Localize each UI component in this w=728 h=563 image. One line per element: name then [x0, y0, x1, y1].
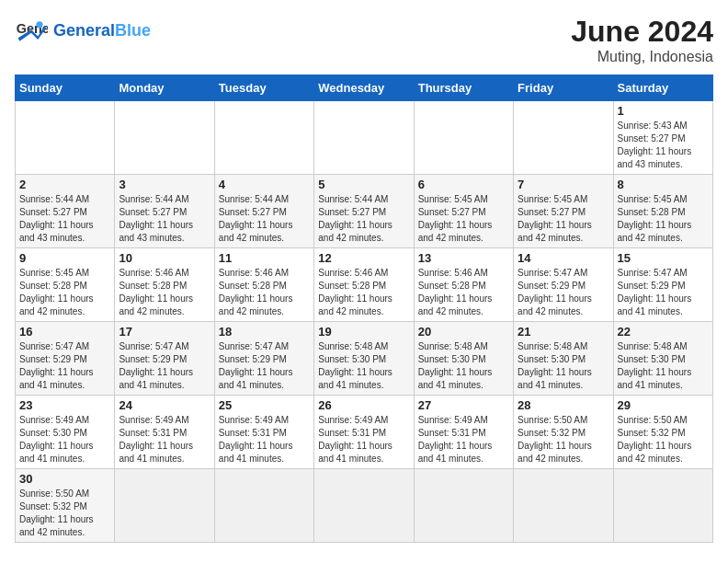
calendar-week-5: 30Sunrise: 5:50 AM Sunset: 5:32 PM Dayli…	[16, 469, 713, 543]
day-number: 4	[219, 178, 310, 191]
calendar-cell: 5Sunrise: 5:44 AM Sunset: 5:27 PM Daylig…	[314, 175, 414, 248]
day-info: Sunrise: 5:45 AM Sunset: 5:28 PM Dayligh…	[19, 267, 110, 318]
day-number: 8	[618, 178, 709, 191]
day-number: 13	[418, 251, 509, 265]
day-info: Sunrise: 5:48 AM Sunset: 5:30 PM Dayligh…	[318, 340, 409, 392]
weekday-header-friday: Friday	[514, 75, 613, 101]
calendar-cell: 26Sunrise: 5:49 AM Sunset: 5:31 PM Dayli…	[314, 396, 414, 469]
calendar-cell: 30Sunrise: 5:50 AM Sunset: 5:32 PM Dayli…	[16, 469, 115, 543]
logo-icon: General	[15, 15, 48, 48]
day-number: 30	[19, 472, 110, 486]
weekday-header-sunday: Sunday	[16, 75, 115, 101]
day-number: 25	[219, 398, 310, 412]
calendar-cell: 25Sunrise: 5:49 AM Sunset: 5:31 PM Dayli…	[214, 396, 313, 469]
day-info: Sunrise: 5:48 AM Sunset: 5:30 PM Dayligh…	[418, 340, 509, 392]
day-info: Sunrise: 5:48 AM Sunset: 5:30 PM Dayligh…	[518, 340, 609, 392]
calendar-cell: 6Sunrise: 5:45 AM Sunset: 5:27 PM Daylig…	[414, 175, 513, 248]
calendar-cell: 28Sunrise: 5:50 AM Sunset: 5:32 PM Dayli…	[514, 396, 613, 469]
calendar-cell	[514, 101, 613, 175]
calendar-cell	[214, 101, 313, 175]
calendar-cell: 22Sunrise: 5:48 AM Sunset: 5:30 PM Dayli…	[613, 322, 712, 396]
logo-text: GeneralBlue	[53, 21, 151, 41]
day-number: 22	[618, 325, 709, 339]
calendar-week-0: 1Sunrise: 5:43 AM Sunset: 5:27 PM Daylig…	[16, 101, 713, 175]
calendar-body: 1Sunrise: 5:43 AM Sunset: 5:27 PM Daylig…	[16, 101, 713, 543]
day-info: Sunrise: 5:46 AM Sunset: 5:28 PM Dayligh…	[219, 267, 310, 318]
day-info: Sunrise: 5:45 AM Sunset: 5:27 PM Dayligh…	[518, 193, 609, 245]
page-header: General GeneralBlue June 2024 Muting, In…	[15, 15, 713, 65]
weekday-header-wednesday: Wednesday	[314, 75, 414, 101]
day-info: Sunrise: 5:50 AM Sunset: 5:32 PM Dayligh…	[518, 414, 609, 465]
logo: General GeneralBlue	[15, 15, 151, 48]
day-info: Sunrise: 5:47 AM Sunset: 5:29 PM Dayligh…	[19, 340, 110, 392]
day-number: 5	[318, 178, 409, 191]
weekday-header-monday: Monday	[115, 75, 214, 101]
day-number: 19	[318, 325, 409, 339]
calendar-cell: 20Sunrise: 5:48 AM Sunset: 5:30 PM Dayli…	[414, 322, 513, 396]
day-number: 18	[219, 325, 310, 339]
day-info: Sunrise: 5:45 AM Sunset: 5:27 PM Dayligh…	[418, 193, 509, 245]
day-info: Sunrise: 5:44 AM Sunset: 5:27 PM Dayligh…	[318, 193, 409, 245]
calendar-cell: 15Sunrise: 5:47 AM Sunset: 5:29 PM Dayli…	[613, 248, 712, 322]
day-info: Sunrise: 5:46 AM Sunset: 5:28 PM Dayligh…	[119, 267, 210, 318]
calendar-cell: 29Sunrise: 5:50 AM Sunset: 5:32 PM Dayli…	[613, 396, 712, 469]
day-info: Sunrise: 5:44 AM Sunset: 5:27 PM Dayligh…	[219, 193, 310, 245]
day-info: Sunrise: 5:47 AM Sunset: 5:29 PM Dayligh…	[518, 267, 609, 318]
svg-point-2	[36, 21, 42, 28]
day-info: Sunrise: 5:45 AM Sunset: 5:28 PM Dayligh…	[618, 193, 709, 245]
day-info: Sunrise: 5:47 AM Sunset: 5:29 PM Dayligh…	[119, 340, 210, 392]
weekday-header-row: SundayMondayTuesdayWednesdayThursdayFrid…	[16, 75, 713, 101]
calendar-cell	[314, 469, 414, 543]
day-info: Sunrise: 5:46 AM Sunset: 5:28 PM Dayligh…	[318, 267, 409, 318]
day-info: Sunrise: 5:49 AM Sunset: 5:31 PM Dayligh…	[318, 414, 409, 465]
calendar-cell: 17Sunrise: 5:47 AM Sunset: 5:29 PM Dayli…	[115, 322, 214, 396]
day-number: 11	[219, 251, 310, 265]
calendar-cell: 11Sunrise: 5:46 AM Sunset: 5:28 PM Dayli…	[214, 248, 313, 322]
day-info: Sunrise: 5:49 AM Sunset: 5:31 PM Dayligh…	[119, 414, 210, 465]
calendar-table: SundayMondayTuesdayWednesdayThursdayFrid…	[15, 75, 713, 543]
day-number: 9	[19, 251, 110, 265]
calendar-cell	[314, 101, 414, 175]
location: Muting, Indonesia	[571, 49, 713, 65]
day-info: Sunrise: 5:49 AM Sunset: 5:31 PM Dayligh…	[219, 414, 310, 465]
title-block: June 2024 Muting, Indonesia	[571, 15, 713, 65]
day-number: 10	[119, 251, 210, 265]
calendar-week-2: 9Sunrise: 5:45 AM Sunset: 5:28 PM Daylig…	[16, 248, 713, 322]
day-number: 14	[518, 251, 609, 265]
day-number: 1	[618, 104, 709, 118]
day-number: 17	[119, 325, 210, 339]
calendar-cell	[16, 101, 115, 175]
calendar-cell: 16Sunrise: 5:47 AM Sunset: 5:29 PM Dayli…	[16, 322, 115, 396]
day-info: Sunrise: 5:48 AM Sunset: 5:30 PM Dayligh…	[618, 340, 709, 392]
weekday-header-tuesday: Tuesday	[214, 75, 313, 101]
calendar-cell: 4Sunrise: 5:44 AM Sunset: 5:27 PM Daylig…	[214, 175, 313, 248]
calendar-cell: 21Sunrise: 5:48 AM Sunset: 5:30 PM Dayli…	[514, 322, 613, 396]
calendar-week-3: 16Sunrise: 5:47 AM Sunset: 5:29 PM Dayli…	[16, 322, 713, 396]
day-number: 28	[518, 398, 609, 412]
calendar-cell: 9Sunrise: 5:45 AM Sunset: 5:28 PM Daylig…	[16, 248, 115, 322]
day-info: Sunrise: 5:49 AM Sunset: 5:31 PM Dayligh…	[418, 414, 509, 465]
day-number: 3	[119, 178, 210, 191]
weekday-header-saturday: Saturday	[613, 75, 712, 101]
calendar-week-1: 2Sunrise: 5:44 AM Sunset: 5:27 PM Daylig…	[16, 175, 713, 248]
calendar-cell: 2Sunrise: 5:44 AM Sunset: 5:27 PM Daylig…	[16, 175, 115, 248]
calendar-cell	[115, 101, 214, 175]
calendar-cell	[214, 469, 313, 543]
calendar-cell: 7Sunrise: 5:45 AM Sunset: 5:27 PM Daylig…	[514, 175, 613, 248]
calendar-cell: 3Sunrise: 5:44 AM Sunset: 5:27 PM Daylig…	[115, 175, 214, 248]
calendar-cell	[414, 101, 513, 175]
calendar-cell: 19Sunrise: 5:48 AM Sunset: 5:30 PM Dayli…	[314, 322, 414, 396]
day-number: 26	[318, 398, 409, 412]
logo-general: General	[53, 21, 115, 40]
logo-blue: Blue	[115, 21, 151, 40]
day-number: 29	[618, 398, 709, 412]
calendar-cell: 12Sunrise: 5:46 AM Sunset: 5:28 PM Dayli…	[314, 248, 414, 322]
calendar-cell: 13Sunrise: 5:46 AM Sunset: 5:28 PM Dayli…	[414, 248, 513, 322]
day-number: 27	[418, 398, 509, 412]
day-info: Sunrise: 5:50 AM Sunset: 5:32 PM Dayligh…	[618, 414, 709, 465]
day-number: 12	[318, 251, 409, 265]
day-info: Sunrise: 5:47 AM Sunset: 5:29 PM Dayligh…	[219, 340, 310, 392]
calendar-cell: 27Sunrise: 5:49 AM Sunset: 5:31 PM Dayli…	[414, 396, 513, 469]
calendar-cell: 8Sunrise: 5:45 AM Sunset: 5:28 PM Daylig…	[613, 175, 712, 248]
calendar-cell	[613, 469, 712, 543]
